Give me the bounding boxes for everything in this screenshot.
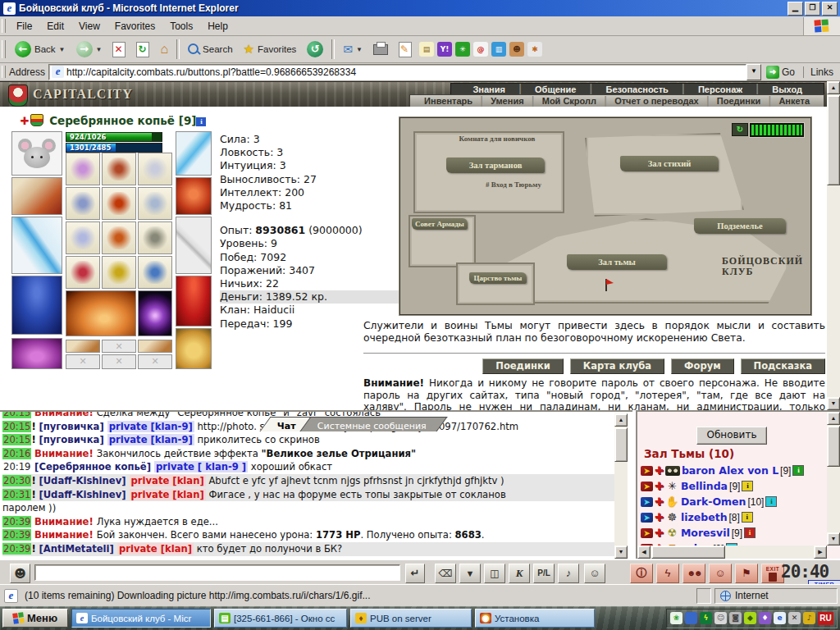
go-button[interactable]: ➜Go (761, 65, 800, 80)
inventory-slot-robe[interactable] (66, 290, 136, 336)
transfer-arrow-icon[interactable]: ➤ (641, 513, 653, 523)
chat-sender[interactable]: [Udaff-Kishinev] (39, 475, 129, 486)
scrollbar-thumb[interactable] (614, 427, 628, 462)
scroll-up-button[interactable]: ▲ (827, 412, 840, 425)
mail-plugin-icon[interactable]: @ (473, 42, 488, 57)
map-label-dark-realm[interactable]: Царство тьмы (469, 272, 527, 284)
inventory-slot-boots[interactable] (176, 328, 212, 369)
nav-inventar[interactable]: Инвентарь (417, 96, 480, 107)
running-man-icon[interactable]: K (509, 564, 530, 583)
transfer-arrow-icon[interactable]: ➤ (641, 528, 653, 538)
sound-icon[interactable]: ♪ (558, 564, 579, 583)
inventory-slot-scroll[interactable] (66, 256, 100, 289)
club-map-button[interactable]: Карта клуба (570, 358, 664, 374)
tray-icon[interactable]: ✕ (788, 612, 801, 624)
inventory-slot-portal[interactable] (138, 290, 172, 336)
refresh-button[interactable]: ↻ (131, 39, 154, 60)
inventory-slot-scroll[interactable] (138, 256, 172, 289)
save-log-icon[interactable]: ◫ (484, 564, 505, 583)
inventory-slot-skirt[interactable] (176, 276, 212, 326)
map-label-armada-council[interactable]: Совет Армады (412, 218, 468, 230)
task-ie[interactable]: e Бойцовский клуб - Micr (71, 609, 211, 628)
inventory-slot-gloves[interactable] (176, 177, 212, 215)
player-name[interactable]: Moresvil (681, 527, 730, 539)
inventory-slot-scroll[interactable] (138, 221, 172, 254)
inventory-slot-scroll[interactable] (66, 153, 100, 185)
nav-skroll[interactable]: Мой Скролл (535, 96, 604, 107)
tray-icon[interactable] (685, 612, 697, 624)
print-button[interactable] (368, 42, 393, 57)
close-button[interactable]: ✕ (822, 2, 838, 16)
scrollbar-thumb[interactable] (651, 546, 725, 559)
transfer-arrow-icon[interactable]: ➤ (641, 497, 653, 507)
address-input[interactable]: e http://capitalcity.combats.ru/buttons.… (48, 64, 746, 80)
tray-icon[interactable]: ♪ (803, 612, 815, 624)
page-scrollbar[interactable]: ▲ ▼ (827, 81, 840, 410)
clan-flag-icon[interactable]: ⚑ (735, 564, 758, 583)
menu-tools[interactable]: Tools (162, 19, 200, 34)
inventory-slot-sword[interactable] (176, 217, 212, 274)
address-dropdown-button[interactable]: ▼ (746, 64, 761, 80)
avatar[interactable] (11, 131, 62, 176)
transfer-arrow-icon[interactable]: ➤ (641, 482, 653, 491)
map-label-prison-entrance[interactable]: # Вход в Тюрьму (472, 180, 555, 189)
inventory-slot-fan[interactable] (66, 340, 100, 353)
character-icon[interactable]: ☺ (709, 564, 732, 583)
task-icq-window[interactable]: ▤ [325-661-866] - Окно сс (214, 609, 347, 628)
tray-icon[interactable]: e (774, 612, 786, 624)
inventory-slot-scroll[interactable] (138, 187, 172, 220)
map-label-tarman-hall[interactable]: Зал тарманов (446, 158, 545, 173)
nav-personazh[interactable]: Персонаж (685, 84, 756, 95)
map-label-elements-hall[interactable]: Зал стихий (620, 156, 719, 171)
chat-sender[interactable]: [пуговичка] (39, 421, 107, 432)
character-info-icon[interactable]: i (196, 117, 206, 126)
send-button[interactable]: ↵ (405, 564, 425, 583)
map-refresh-icon[interactable]: ↻ (732, 123, 748, 136)
map-label-dungeon[interactable]: Подземелье (694, 218, 786, 234)
inventory-slot-scroll[interactable] (102, 187, 136, 220)
search-button[interactable]: Search (183, 41, 237, 57)
inventory-slot-ice-shards[interactable] (176, 131, 212, 176)
stats-plugin-icon[interactable]: ▥ (491, 42, 506, 57)
chat-scrollbar[interactable]: ▲ ▼ (614, 413, 628, 559)
yahoo-plugin-icon[interactable]: Y! (437, 42, 452, 57)
inventory-slot-scroll[interactable] (102, 153, 136, 185)
nav-poedinki[interactable]: Поединки (710, 96, 768, 107)
player-info-icon[interactable]: i (742, 512, 753, 523)
map-label-dark-hall[interactable]: Зал тьмы (567, 254, 667, 270)
tray-icon[interactable]: ☺ (714, 612, 727, 624)
chat-input[interactable] (34, 564, 400, 581)
scroll-up-button[interactable]: ▲ (614, 413, 628, 427)
toolbar-grip[interactable] (2, 40, 6, 58)
players-icon[interactable]: ☻☻ (682, 564, 705, 583)
inventory-slot-fan[interactable] (138, 340, 172, 353)
menu-file[interactable]: File (9, 19, 39, 34)
start-button[interactable]: Меню (2, 609, 68, 628)
duels-button[interactable]: Поединки (482, 358, 563, 374)
inventory-slot-scroll[interactable] (138, 153, 172, 185)
smilies-button[interactable]: ☻ (10, 564, 30, 583)
character-name[interactable]: Серебрянное копьё (49, 114, 175, 127)
smiley-icon[interactable]: ☺ (584, 564, 605, 583)
forward-button[interactable]: →▼ (71, 39, 107, 60)
back-button[interactable]: ← Back▼ (10, 39, 71, 60)
clan-icon[interactable] (30, 114, 43, 126)
tray-icon[interactable]: ϟ (700, 612, 712, 624)
filter-icon[interactable]: ▼ (459, 564, 481, 583)
chat-sender[interactable]: [пуговичка] (39, 434, 107, 445)
scroll-left-button[interactable]: ◀ (637, 546, 651, 559)
player-name[interactable]: Bellinda (681, 481, 728, 492)
scroll-up-button[interactable]: ▲ (827, 81, 840, 94)
tray-icon[interactable]: ◆ (744, 612, 756, 624)
attack-icon[interactable]: ϟ (656, 564, 679, 583)
scroll-down-button[interactable]: ▼ (614, 546, 628, 559)
task-setup[interactable]: ◉ Установка (475, 609, 595, 628)
inventory-slot-empty[interactable]: ✕ (102, 340, 136, 353)
toolbar-grip[interactable] (2, 66, 6, 78)
map-room-dark-realm[interactable] (456, 262, 535, 305)
panel-hscrollbar[interactable]: ◀ ▶ (637, 546, 827, 559)
hint-button[interactable]: Подсказка (741, 358, 825, 374)
mail-button[interactable]: ✉▼ (338, 40, 368, 58)
player-info-icon[interactable]: i (792, 465, 804, 476)
restore-button[interactable]: ❐ (805, 2, 820, 16)
